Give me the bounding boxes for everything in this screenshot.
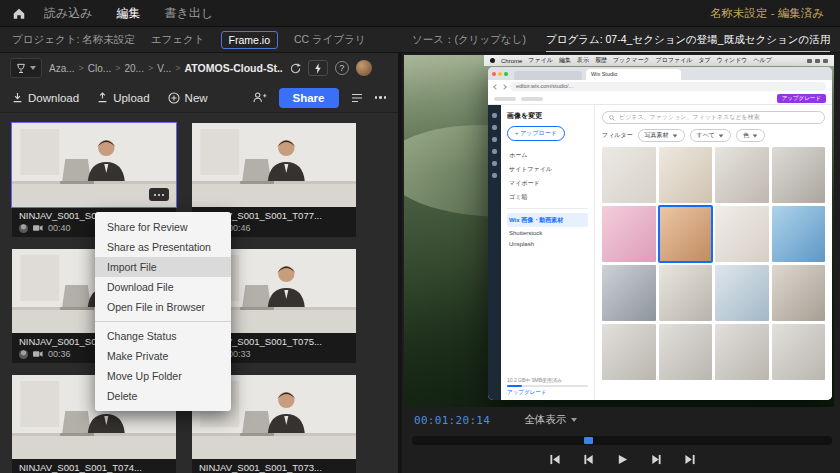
go-to-in-button[interactable]	[549, 451, 561, 469]
timeline-scrubber[interactable]	[412, 436, 832, 445]
uploader-avatar	[19, 224, 28, 233]
step-forward-button[interactable]	[650, 451, 662, 469]
stock-photo	[659, 324, 713, 380]
wix-source-unsplash: Unsplash	[507, 238, 588, 249]
stock-photo	[715, 147, 769, 203]
download-button[interactable]: Download	[12, 92, 79, 104]
toolbar-right-tools: Share	[253, 88, 386, 108]
play-button[interactable]	[617, 451, 628, 469]
uploader-avatar	[19, 350, 28, 359]
camera-icon	[33, 350, 43, 358]
browser-tab-inactive	[514, 71, 582, 80]
stock-photo	[772, 147, 826, 203]
clip-duration: 00:36	[48, 349, 71, 359]
browser-tab-strip: Wix Studio	[488, 67, 832, 80]
wix-left-icon-rail	[488, 105, 501, 400]
clip-name-bar: NINJAV_S001_S001_T074...	[12, 459, 176, 473]
lightning-icon	[314, 63, 322, 74]
mac-status-icons	[807, 59, 828, 63]
quick-actions-button[interactable]	[308, 60, 328, 76]
breadcrumb-separator: >	[148, 63, 153, 73]
refresh-icon[interactable]	[290, 63, 301, 74]
home-icon[interactable]	[12, 7, 26, 20]
breadcrumb-current-folder[interactable]: ATOMOS-Cloud-St..	[185, 62, 283, 74]
wix-upgrade-button: アップグレード	[777, 94, 826, 103]
frameio-breadcrumb-row: Aza... > Clo... > 20... > V... > ATOMOS-…	[0, 53, 398, 83]
browser-tab-active: Wix Studio	[586, 69, 681, 80]
menu-item-open-file-in-browser[interactable]: Open File in Browser	[95, 297, 231, 317]
browser-address-bar: editor.wix.com/studio/...	[488, 80, 832, 93]
wix-search-field: ビジネス、ファッション、フィットネスなどを検索	[602, 111, 825, 124]
zoom-level-dropdown[interactable]: 全体表示	[524, 413, 577, 427]
stock-photo	[602, 265, 656, 321]
clip-context-menu: Share for Review Share as Presentation I…	[95, 212, 231, 411]
menu-item-change-status[interactable]: Change Status	[95, 326, 231, 346]
current-timecode[interactable]: 00:01:20:14	[414, 414, 490, 427]
back-icon	[493, 84, 499, 90]
workspace-switcher[interactable]	[10, 58, 42, 78]
wix-editor-body: 画像を変更 + アップロード ホーム サイトファイル マイボード ゴミ箱 Wix…	[488, 105, 832, 400]
stock-photo	[772, 324, 826, 380]
transport-controls	[404, 451, 840, 469]
clip-name-bar: NINJAV_S001_S001_T073...	[192, 459, 356, 473]
stock-photo	[715, 324, 769, 380]
wix-menu-placeholder	[521, 97, 543, 101]
mac-menu-item: 履歴	[595, 56, 607, 65]
share-button[interactable]: Share	[279, 88, 339, 108]
stock-photo	[772, 206, 826, 262]
step-back-button[interactable]	[583, 451, 595, 469]
clip-duration: 00:46	[228, 223, 251, 233]
tab-cc-libraries[interactable]: CC ライブラリ	[294, 33, 366, 47]
view-options-icon[interactable]	[351, 93, 363, 103]
new-button[interactable]: New	[168, 92, 208, 104]
wix-nav-divider	[507, 208, 588, 209]
tab-source-monitor[interactable]: ソース：(クリップなし)	[412, 33, 526, 47]
tab-import[interactable]: 読み込み	[44, 5, 93, 22]
frameio-toolbar: Download Upload New Share	[0, 83, 398, 113]
breadcrumb-item[interactable]: V...	[157, 63, 171, 74]
chip-label: すべて	[697, 131, 715, 140]
user-avatar[interactable]	[356, 60, 372, 76]
download-icon	[12, 92, 23, 103]
app-top-bar: 読み込み 編集 書き出し 名称未設定 - 編集済み	[0, 0, 840, 27]
panel-tab-bar: プロジェクト: 名称未設定 エフェクト Frame.io CC ライブラリ ソー…	[0, 27, 840, 53]
program-monitor-panel: Chrome ファイル 編集 表示 履歴 ブックマーク プロファイル タブ ウィ…	[402, 53, 840, 473]
playhead-marker[interactable]	[584, 437, 593, 444]
add-collaborator-icon[interactable]	[253, 92, 267, 103]
help-button[interactable]: ?	[335, 61, 349, 75]
menu-item-move-up-folder[interactable]: Move Up Folder	[95, 366, 231, 386]
tab-frameio[interactable]: Frame.io	[221, 31, 278, 49]
mac-menu-item: プロファイル	[656, 56, 693, 65]
tab-project[interactable]: プロジェクト: 名称未設定	[12, 33, 135, 47]
go-to-out-button[interactable]	[684, 451, 696, 469]
tab-export[interactable]: 書き出し	[165, 5, 214, 22]
plus-circle-icon	[168, 92, 180, 104]
tab-program-monitor[interactable]: プログラム: 07-4_セクションの登場_既成セクションの活用	[546, 33, 830, 47]
menu-item-import-file[interactable]: Import File	[95, 257, 231, 277]
more-options-icon[interactable]	[375, 96, 387, 99]
clip-thumbnail[interactable]	[192, 123, 356, 207]
menu-item-share-for-review[interactable]: Share for Review	[95, 217, 231, 237]
breadcrumb-item[interactable]: Clo...	[88, 63, 111, 74]
wix-filter-chip-media-type: 写真素材	[638, 129, 685, 142]
upload-button[interactable]: Upload	[97, 92, 149, 104]
tab-edit[interactable]: 編集	[117, 5, 141, 22]
breadcrumb-item[interactable]: Aza...	[49, 63, 75, 74]
menu-item-make-private[interactable]: Make Private	[95, 346, 231, 366]
menu-item-download-file[interactable]: Download File	[95, 277, 231, 297]
clip-duration: 00:40	[48, 223, 71, 233]
menu-item-share-as-presentation[interactable]: Share as Presentation	[95, 237, 231, 257]
breadcrumb-separator: >	[79, 63, 84, 73]
wix-upload-button: + アップロード	[507, 126, 565, 141]
clip-thumbnail[interactable]	[12, 123, 176, 207]
chip-label: 色	[743, 131, 749, 140]
wix-media-panel: 画像を変更 + アップロード ホーム サイトファイル マイボード ゴミ箱 Wix…	[501, 105, 595, 400]
tab-effects[interactable]: エフェクト	[151, 33, 205, 47]
main-area: Aza... > Clo... > 20... > V... > ATOMOS-…	[0, 53, 840, 473]
clip-more-button[interactable]	[149, 188, 169, 201]
wix-nav-home: ホーム	[507, 148, 588, 162]
breadcrumb-item[interactable]: 20...	[124, 63, 143, 74]
menu-item-delete[interactable]: Delete	[95, 386, 231, 406]
breadcrumb-separator: >	[115, 63, 120, 73]
menu-separator	[95, 321, 231, 322]
